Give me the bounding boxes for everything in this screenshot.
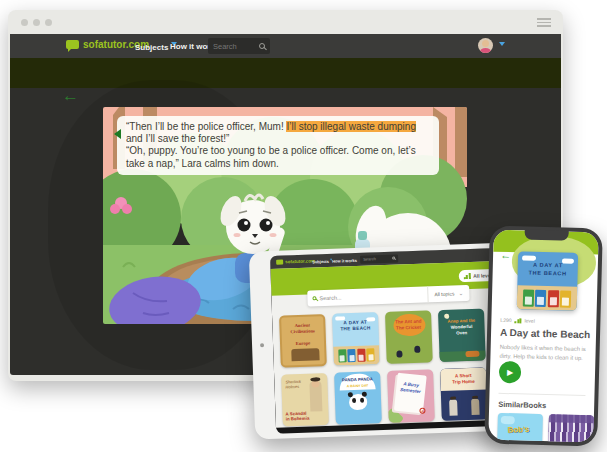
account-dropdown-icon [499,42,505,49]
book-cover-day-at-the-beach[interactable]: A DAY ATTHE BEACH [332,312,380,366]
story-part1: “Then I’ll be the police officer, Mum! [126,121,286,132]
book-cover-panda-panda[interactable]: PANDA PANDA A RAINY DAY [334,371,382,425]
tablet-camera [260,343,264,347]
level-code: L290 [500,317,511,323]
story-line2: “Oh, puppy. You’re too young to be a pol… [126,145,416,168]
phone-notch [524,229,568,240]
level-icon [464,273,471,280]
reader-top-strip [10,58,561,88]
book-cover-day-at-the-beach[interactable]: A DAY ATTHE BEACH [517,251,578,311]
story-part2: and I’ll save the forest!” [126,133,229,144]
window-dot-1[interactable] [21,19,28,26]
search-input[interactable] [208,42,259,51]
level-label: level [524,317,534,323]
book-cover-busy-semester[interactable]: A BusySemester A [387,369,435,423]
tablet-nav-how-it-works[interactable]: How it works [332,257,357,263]
book-cover-ant-and-cricket[interactable]: The Ant andThe Cricket [385,310,433,364]
book-cover-short-trip-home[interactable]: A ShortTrip Home [440,367,488,421]
level-row: L290 level [500,317,535,324]
similar-book-2[interactable] [548,414,594,442]
window-dot-2[interactable] [33,19,40,26]
tablet-logo[interactable]: sofatutor.com [276,258,315,264]
play-icon: ▶ [507,368,513,377]
back-arrow-icon[interactable]: ← [500,249,511,261]
book-description: Nobody likes it when the beach is dirty.… [499,343,588,363]
search-icon[interactable] [259,43,265,49]
speech-marker-icon [109,129,121,139]
avatar[interactable] [478,38,493,53]
similar-books-row: Bob’s [497,413,594,443]
book-cover-ancient-civilisations[interactable]: AncientCivilisationsEurope [279,314,327,368]
story-text-box: “Then I’ll be the police officer, Mum! I… [117,116,439,175]
window-dot-3[interactable] [45,19,52,26]
sofa-logo-icon [66,40,79,49]
circled-a-icon: A [419,407,426,414]
tablet-screen: sofatutor.com Subjects How it works Sear… [270,248,512,434]
tablet-device: sofatutor.com Subjects How it works Sear… [249,242,517,439]
browser-chrome [8,10,563,34]
book-grid: AncientCivilisationsEurope A DAY ATTHE B… [279,308,488,426]
nav-search-box[interactable] [208,38,270,54]
tablet-nav-subjects[interactable]: Subjects [312,258,332,264]
search-icon [312,296,316,300]
menu-icon[interactable] [537,18,551,27]
chevron-down-icon: ⌄ [458,290,463,296]
story-highlight[interactable]: I’ll stop illegal waste dumping [286,121,416,132]
tablet-nav-search[interactable]: Search [360,254,398,263]
back-arrow-icon[interactable]: ← [62,86,79,106]
nav-subjects-label: Subjects [135,43,168,52]
site-navbar: sofatutor.com Subjects How it works [10,34,561,58]
cover-band [549,414,594,423]
sofa-logo-icon [276,259,283,264]
account-menu[interactable] [478,38,505,53]
play-button[interactable]: ▶ [499,361,522,384]
phone-screen: ← A DAY ATTHE BEACH L290 level A Day at … [488,230,598,443]
all-topics-dropdown[interactable]: All topics ⌄ [427,285,470,302]
similar-books-heading: SimilarBooks [498,400,546,410]
book-cover-scandal-in-bohemia[interactable]: SherlockHolmes A Scandalin Bohemia [281,373,329,427]
divider [498,393,585,396]
stage: sofatutor.com Subjects How it works ← [0,0,607,452]
similar-book-bobs[interactable]: Bob’s [497,413,543,443]
search-icon [392,257,395,260]
tablet-site: sofatutor.com Subjects How it works Sear… [270,248,512,428]
book-title: A Day at the Beach [500,327,590,340]
level-icon [514,318,521,323]
phone-device: ← A DAY ATTHE BEACH L290 level A Day at … [484,226,603,447]
book-cover-wonderful-oven[interactable]: Anap and theWonderfulOven [438,308,486,362]
